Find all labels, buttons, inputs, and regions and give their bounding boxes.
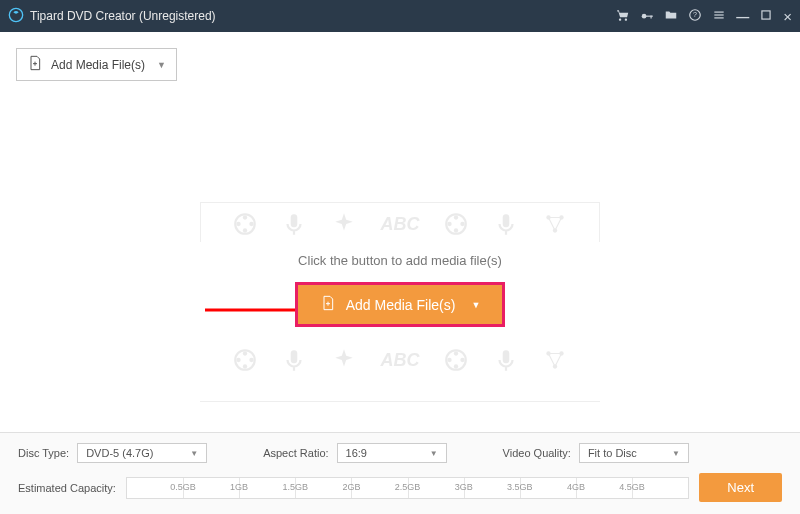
add-media-button[interactable]: Add Media File(s) ▼ — [16, 48, 177, 81]
film-icon — [443, 211, 469, 237]
help-icon[interactable]: ? — [688, 8, 702, 25]
svg-point-16 — [236, 222, 240, 226]
svg-point-1 — [642, 13, 647, 18]
nodes-icon — [542, 211, 568, 237]
svg-rect-2 — [646, 15, 653, 16]
svg-point-35 — [460, 358, 464, 362]
disc-type-value: DVD-5 (4.7G) — [86, 447, 153, 459]
titlebar-actions: ? — × — [616, 8, 792, 25]
aspect-ratio-label: Aspect Ratio: — [263, 447, 328, 459]
svg-point-34 — [454, 351, 458, 355]
svg-text:?: ? — [693, 11, 697, 18]
app-title: Tipard DVD Creator (Unregistered) — [30, 9, 216, 23]
capacity-tick-label: 2.5GB — [395, 482, 421, 492]
sparkle-icon — [331, 347, 357, 373]
chevron-down-icon: ▼ — [430, 449, 438, 458]
watermark-row: ABC — [200, 339, 600, 381]
file-add-icon — [320, 295, 336, 314]
capacity-tick-label: 1.5GB — [282, 482, 308, 492]
aspect-ratio-select[interactable]: 16:9 ▼ — [337, 443, 447, 463]
footer-capacity-row: Estimated Capacity: 0.5GB1GB1.5GB2GB2.5G… — [18, 473, 782, 502]
watermark-row: ABC — [200, 203, 600, 245]
svg-point-37 — [447, 358, 451, 362]
capacity-tick-label: 3.5GB — [507, 482, 533, 492]
svg-point-21 — [454, 228, 458, 232]
file-add-icon — [27, 55, 43, 74]
main-content: Add Media File(s) ▼ ABC Click the button… — [0, 32, 800, 432]
capacity-tick-label: 0.5GB — [170, 482, 196, 492]
svg-point-31 — [236, 358, 240, 362]
cart-icon[interactable] — [616, 8, 630, 25]
mic-icon — [281, 347, 307, 373]
video-quality-select[interactable]: Fit to Disc ▼ — [579, 443, 689, 463]
mic-icon — [281, 211, 307, 237]
toolbar: Add Media File(s) ▼ — [0, 32, 800, 97]
capacity-tick-label: 1GB — [230, 482, 248, 492]
svg-point-20 — [460, 222, 464, 226]
svg-point-36 — [454, 364, 458, 368]
folder-icon[interactable] — [664, 8, 678, 25]
svg-point-29 — [249, 358, 253, 362]
chevron-down-icon: ▼ — [471, 300, 480, 310]
abc-watermark: ABC — [380, 214, 419, 235]
svg-point-22 — [447, 222, 451, 226]
svg-rect-32 — [291, 350, 298, 363]
drop-zone-hint: Click the button to add media file(s) — [200, 253, 600, 268]
capacity-tick-label: 4.5GB — [619, 482, 645, 492]
svg-rect-7 — [715, 14, 724, 15]
menu-icon[interactable] — [712, 8, 726, 25]
capacity-tick-label: 4GB — [567, 482, 585, 492]
abc-watermark: ABC — [380, 350, 419, 371]
sparkle-icon — [331, 211, 357, 237]
capacity-tick-label: 3GB — [455, 482, 473, 492]
app-logo-icon — [8, 7, 24, 26]
add-media-center-label: Add Media File(s) — [346, 297, 456, 313]
svg-point-14 — [249, 222, 253, 226]
svg-point-15 — [243, 228, 247, 232]
svg-point-13 — [243, 215, 247, 219]
footer-controls: Disc Type: DVD-5 (4.7G) ▼ Aspect Ratio: … — [18, 443, 782, 463]
video-quality-value: Fit to Disc — [588, 447, 637, 459]
chevron-down-icon: ▼ — [157, 60, 166, 70]
capacity-bar: 0.5GB1GB1.5GB2GB2.5GB3GB3.5GB4GB4.5GB — [126, 477, 689, 499]
video-quality-label: Video Quality: — [503, 447, 571, 459]
estimated-capacity-label: Estimated Capacity: — [18, 482, 116, 494]
svg-point-30 — [243, 364, 247, 368]
svg-rect-38 — [502, 350, 509, 363]
svg-rect-3 — [651, 15, 652, 18]
svg-rect-23 — [502, 214, 509, 227]
aspect-ratio-value: 16:9 — [346, 447, 367, 459]
drop-zone: ABC Click the button to add media file(s… — [200, 202, 600, 402]
disc-type-label: Disc Type: — [18, 447, 69, 459]
key-icon[interactable] — [640, 8, 654, 25]
close-icon[interactable]: × — [783, 8, 792, 25]
svg-rect-6 — [715, 11, 724, 12]
app-logo: Tipard DVD Creator (Unregistered) — [8, 7, 216, 26]
nodes-icon — [542, 347, 568, 373]
mic-icon — [493, 347, 519, 373]
disc-type-select[interactable]: DVD-5 (4.7G) ▼ — [77, 443, 207, 463]
titlebar: Tipard DVD Creator (Unregistered) ? — × — [0, 0, 800, 32]
mic-icon — [493, 211, 519, 237]
maximize-icon[interactable] — [759, 8, 773, 25]
svg-point-19 — [454, 215, 458, 219]
film-icon — [443, 347, 469, 373]
footer: Disc Type: DVD-5 (4.7G) ▼ Aspect Ratio: … — [0, 432, 800, 514]
film-icon — [232, 211, 258, 237]
add-media-label: Add Media File(s) — [51, 58, 145, 72]
svg-rect-9 — [762, 10, 770, 18]
chevron-down-icon: ▼ — [672, 449, 680, 458]
film-icon — [232, 347, 258, 373]
next-button[interactable]: Next — [699, 473, 782, 502]
svg-point-0 — [9, 8, 22, 21]
svg-rect-17 — [291, 214, 298, 227]
svg-point-28 — [243, 351, 247, 355]
svg-rect-8 — [715, 17, 724, 18]
add-media-center-button[interactable]: Add Media File(s) ▼ — [295, 282, 506, 327]
chevron-down-icon: ▼ — [190, 449, 198, 458]
minimize-icon[interactable]: — — [736, 9, 749, 24]
capacity-tick-label: 2GB — [342, 482, 360, 492]
